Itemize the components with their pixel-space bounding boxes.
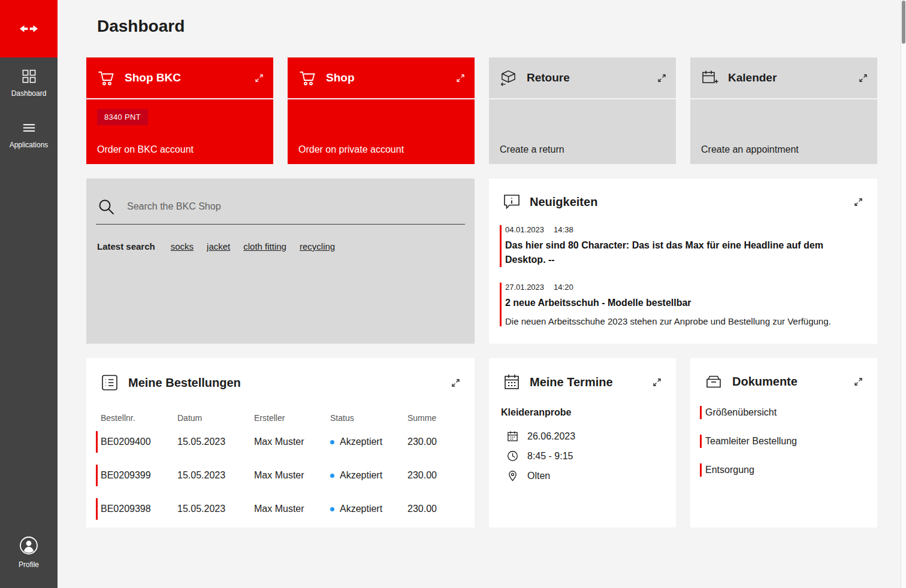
search-panel: Latest search socks jacket cloth fitting… (86, 178, 475, 344)
expand-icon[interactable] (854, 198, 863, 207)
news-meta: 27.01.2023 14:20 (505, 283, 863, 292)
panel-title: Meine Bestellungen (128, 376, 241, 390)
cart-icon (298, 70, 316, 86)
panel-header: Neuigkeiten (489, 178, 877, 210)
calendar-small-icon (507, 431, 518, 442)
order-number-cell: BE0209400 (101, 437, 177, 447)
row-accent-bar (96, 498, 98, 520)
table-row[interactable]: BE0209400 15.05.2023 Max Muster Akzeptie… (101, 425, 460, 459)
card-header: Shop (288, 57, 475, 98)
order-date-cell: 15.05.2023 (177, 437, 254, 447)
expand-icon[interactable] (859, 74, 868, 83)
document-link[interactable]: Teamleiter Bestellung (700, 435, 865, 448)
calendar-icon (503, 374, 520, 390)
order-creator-cell: Max Muster (254, 437, 330, 447)
appointment-location-row: Olten (507, 470, 664, 481)
news-headline: Das hier sind 80 Character: Das ist das … (505, 238, 863, 267)
card-kalender[interactable]: Kalender Create an appointment (690, 57, 877, 164)
card-body: 8340 PNT Order on BKC account (86, 99, 273, 164)
appointment-time: 8:45 - 9:15 (527, 451, 573, 462)
expand-icon[interactable] (255, 74, 264, 83)
news-panel: Neuigkeiten 04.01.2023 14:38 Das hier si… (489, 178, 877, 344)
documents-list: Größenübersicht Teamleiter Bestellung En… (690, 389, 877, 477)
document-link[interactable]: Größenübersicht (700, 406, 865, 419)
expand-icon[interactable] (451, 378, 460, 387)
status-dot-icon (330, 507, 334, 511)
appointment-date-row: 26.06.2023 (507, 431, 664, 442)
card-header: Kalender (690, 57, 877, 98)
column-header: Datum (177, 413, 254, 423)
sidebar-item-label: Applications (10, 141, 49, 149)
column-header: Summe (407, 413, 460, 423)
table-row[interactable]: BE0209398 15.05.2023 Max Muster Akzeptie… (101, 492, 460, 526)
sidebar-item-profile[interactable]: Profile (0, 535, 58, 569)
latest-search-link[interactable]: cloth fitting (243, 241, 286, 251)
applications-menu-icon (22, 120, 37, 135)
search-field[interactable] (96, 195, 465, 225)
appointment-details[interactable]: Kleideranprobe 26.06.2023 (489, 390, 676, 481)
appointment-rows: 26.06.2023 8:45 - 9:15 (501, 431, 664, 481)
latest-search-link[interactable]: jacket (207, 241, 230, 251)
news-time: 14:38 (554, 225, 573, 234)
latest-search-label: Latest search (97, 241, 155, 251)
order-sum-cell: 230.00 (407, 470, 460, 481)
card-shop[interactable]: Shop Order on private account (288, 57, 475, 164)
location-pin-icon (507, 470, 518, 481)
orders-panel: Meine Bestellungen Bestellnr. Datum Erst… (86, 358, 475, 528)
expand-icon[interactable] (456, 74, 465, 83)
order-sum-cell: 230.00 (407, 504, 460, 514)
cart-icon (97, 70, 115, 86)
news-meta: 04.01.2023 14:38 (505, 225, 863, 234)
card-title: Kalender (728, 71, 777, 84)
column-header: Ersteller (254, 413, 330, 423)
sidebar-item-applications[interactable]: Applications (0, 109, 58, 160)
card-action-link[interactable]: Create a return (500, 144, 665, 155)
sidebar-item-dashboard[interactable]: Dashboard (0, 57, 58, 109)
status-dot-icon (330, 440, 334, 444)
card-header: Retoure (489, 57, 676, 98)
table-header-row: Bestellnr. Datum Ersteller Status Summe (101, 413, 460, 423)
card-action-link[interactable]: Create an appointment (701, 144, 866, 155)
sidebar-item-label: Profile (19, 560, 39, 569)
order-creator-cell: Max Muster (254, 504, 330, 514)
column-header: Bestellnr. (101, 413, 177, 423)
column-header: Status (330, 413, 407, 423)
search-icon (97, 198, 115, 216)
sidebar: Dashboard Applications Profile (0, 0, 58, 588)
order-date-cell: 15.05.2023 (177, 504, 254, 514)
card-retoure[interactable]: Retoure Create a return (489, 57, 676, 164)
document-link[interactable]: Entsorgung (700, 463, 865, 477)
news-item[interactable]: 04.01.2023 14:38 Das hier sind 80 Charac… (500, 225, 863, 267)
panel-header: Meine Bestellungen (86, 358, 475, 392)
order-number-cell: BE0209399 (101, 470, 177, 481)
appointments-panel: Meine Termine Kleideranprobe (489, 358, 676, 528)
documents-tray-icon (705, 374, 723, 389)
news-date: 04.01.2023 (505, 225, 544, 234)
vertical-scrollbar[interactable] (901, 0, 906, 588)
appointment-location: Olten (527, 471, 550, 481)
news-item[interactable]: 27.01.2023 14:20 2 neue Arbeitsschuh - M… (500, 283, 863, 326)
expand-icon[interactable] (653, 378, 662, 387)
panel-title: Meine Termine (530, 375, 613, 389)
dashboard-grid: Shop BKC 8340 PNT Order on BKC account (86, 57, 877, 528)
scrollbar-thumb[interactable] (902, 1, 905, 44)
sbb-logo[interactable] (0, 0, 58, 57)
clock-icon (507, 450, 518, 462)
return-box-icon (500, 69, 517, 86)
row-accent-bar (96, 465, 98, 486)
order-number-cell: BE0209398 (101, 504, 177, 514)
calendar-plus-icon (701, 69, 718, 87)
latest-search-link[interactable]: recycling (300, 241, 335, 251)
expand-icon[interactable] (854, 377, 863, 386)
search-input[interactable] (127, 201, 464, 212)
latest-search-link[interactable]: socks (171, 241, 194, 251)
table-row[interactable]: BE0209399 15.05.2023 Max Muster Akzeptie… (101, 459, 460, 492)
profile-icon (19, 535, 39, 556)
expand-icon[interactable] (657, 74, 666, 83)
card-action-link[interactable]: Order on BKC account (97, 144, 262, 155)
card-action-link[interactable]: Order on private account (298, 144, 464, 155)
points-badge: 8340 PNT (97, 109, 148, 125)
news-headline: 2 neue Arbeitsschuh - Modelle bestellbar (505, 296, 863, 310)
card-shop-bkc[interactable]: Shop BKC 8340 PNT Order on BKC account (86, 57, 273, 164)
dashboard-grid-icon (22, 69, 37, 84)
